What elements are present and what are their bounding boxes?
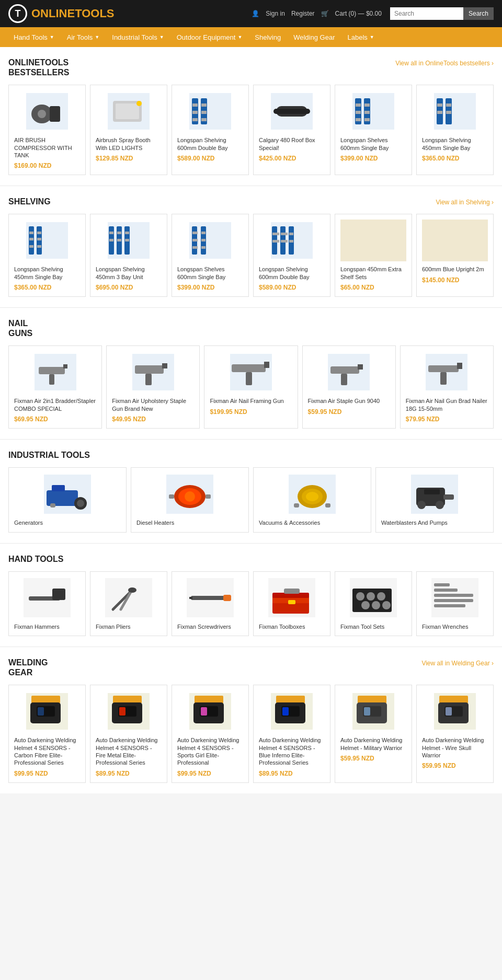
product-card[interactable]: Fixman Air 2in1 Bradder/Stapler COMBO SP… — [8, 345, 102, 429]
logo[interactable]: T ONLINETOOLS — [8, 4, 115, 23]
category-card-tool-sets[interactable]: Fixman Tool Sets — [335, 571, 412, 636]
view-all-shelving[interactable]: View all in Shelving › — [436, 199, 494, 206]
product-image — [308, 351, 390, 393]
product-price: $49.95 NZD — [112, 416, 194, 423]
svg-rect-98 — [52, 485, 65, 491]
nav-item-industrial-tools[interactable]: Industrial Tools ▼ — [107, 27, 169, 47]
product-price: $399.00 NZD — [340, 155, 406, 162]
product-card[interactable]: Auto Darkening Welding Helmet - Military… — [335, 685, 412, 782]
product-card[interactable]: Longspan Shelving 450mm 3 Bay Unit $695.… — [90, 214, 167, 297]
svg-point-143 — [382, 601, 391, 609]
svg-rect-145 — [434, 594, 473, 597]
category-card-generators[interactable]: Generators — [8, 467, 127, 532]
product-card[interactable]: Longspan 450mm Extra Shelf Sets $65.00 N… — [335, 214, 412, 297]
product-image — [14, 220, 80, 261]
category-card-hammers[interactable]: Fixman Hammers — [8, 571, 86, 636]
product-card[interactable]: Longspan Shelving 450mm Single Bay $365.… — [416, 85, 494, 175]
nav-item-shelving[interactable]: Shelving — [249, 27, 286, 47]
section-header-industrial-tools: INDUSTRIAL TOOLS — [8, 450, 494, 460]
nav-item-hand-tools[interactable]: Hand Tools ▼ — [8, 27, 60, 47]
nav-item-air-tools[interactable]: Air Tools ▼ — [62, 27, 105, 47]
product-card[interactable]: Auto Darkening Welding Helmet 4 SENSORS … — [172, 685, 249, 782]
svg-point-97 — [77, 500, 84, 507]
svg-rect-161 — [195, 696, 223, 704]
category-card-pliers[interactable]: Fixman Pliers — [90, 571, 167, 636]
signin-link[interactable]: Sign in — [266, 10, 285, 17]
product-card[interactable]: Auto Darkening Welding Helmet - Wire Sku… — [416, 685, 494, 782]
product-image — [340, 90, 406, 132]
shelving-grid: Longspan Shelving 450mm Single Bay $365.… — [8, 214, 494, 297]
nav-item-labels[interactable]: Labels ▼ — [342, 27, 379, 47]
product-card[interactable]: Longspan Shelves 600mm Single Bay $399.0… — [172, 214, 249, 297]
svg-point-3 — [38, 110, 46, 118]
search-bar: Search — [390, 7, 494, 20]
product-card[interactable]: AIR BRUSH COMPRESSOR WITH TANK $169.00 N… — [8, 85, 86, 175]
svg-rect-99 — [50, 503, 55, 508]
product-card[interactable]: Fixman Air Staple Gun 9040 $59.95 NZD — [302, 345, 396, 429]
svg-rect-52 — [117, 239, 121, 241]
svg-rect-34 — [446, 103, 451, 107]
chevron-down-icon: ▼ — [237, 34, 242, 40]
product-image — [422, 90, 488, 132]
product-name: AIR BRUSH COMPRESSOR WITH TANK — [14, 136, 80, 159]
main-nav: Hand Tools ▼ Air Tools ▼ Industrial Tool… — [0, 27, 502, 47]
svg-rect-87 — [330, 366, 359, 374]
svg-point-115 — [417, 501, 426, 509]
hand-tools-grid: Fixman Hammers Fixman Pliers Fixman Scre… — [8, 571, 494, 636]
product-image — [14, 90, 80, 132]
product-card[interactable]: Longspan Shelves 600mm Single Bay $399.0… — [335, 85, 412, 175]
nav-item-welding-gear[interactable]: Welding Gear — [288, 27, 340, 47]
chevron-down-icon: ▼ — [95, 34, 99, 40]
product-name: Auto Darkening Welding Helmet - Military… — [340, 736, 406, 752]
category-image — [259, 577, 325, 619]
svg-rect-85 — [264, 362, 269, 368]
product-name: Auto Darkening Welding Helmet 4 SENSORS … — [177, 736, 243, 766]
product-card[interactable]: Longspan Shelving 600mm Double Bay $589.… — [253, 214, 330, 297]
product-card[interactable]: Airbrush Spray Booth With LED LIGHTS $12… — [90, 85, 167, 175]
product-image — [14, 351, 96, 393]
svg-rect-91 — [428, 365, 459, 372]
category-card-vacuums[interactable]: Vacuums & Accessories — [253, 467, 371, 532]
product-price: $65.00 NZD — [340, 284, 406, 291]
category-card-wrenches[interactable]: Fixman Wrenches — [416, 571, 494, 636]
svg-rect-62 — [201, 239, 206, 241]
section-header-bestsellers: ONLINETOOLSBESTSELLERS View all in Onlin… — [8, 57, 494, 77]
chevron-down-icon: ▼ — [370, 34, 374, 40]
category-card-toolboxes[interactable]: Fixman Toolboxes — [253, 571, 330, 636]
product-card[interactable]: Fixman Air Nail Gun Brad Nailer 18G 15-5… — [400, 345, 494, 429]
category-card-waterblasters[interactable]: Waterblasters And Pumps — [375, 467, 494, 532]
product-name: Longspan Shelving 450mm 3 Bay Unit — [96, 266, 162, 281]
svg-rect-88 — [341, 374, 347, 385]
product-card[interactable]: Auto Darkening Welding Helmet 4 SENSORS … — [8, 685, 86, 782]
product-card[interactable]: Calgary 480 Roof Box Special! $425.00 NZ… — [253, 85, 330, 175]
search-button[interactable]: Search — [463, 7, 494, 20]
product-card[interactable]: Auto Darkening Welding Helmet 4 SENSORS … — [253, 685, 330, 782]
product-name: Longspan Shelves 600mm Single Bay — [177, 266, 243, 281]
cart-link[interactable]: Cart (0) — $0.00 — [335, 10, 382, 17]
register-link[interactable]: Register — [291, 10, 315, 17]
product-card[interactable]: Auto Darkening Welding Helmet 4 SENSORS … — [90, 685, 167, 782]
view-all-welding-gear[interactable]: View all in Welding Gear › — [421, 660, 494, 667]
product-card[interactable]: Longspan Shelving 450mm Single Bay $365.… — [8, 214, 86, 297]
svg-point-141 — [361, 601, 370, 609]
product-name: Fixman Air Nail Framing Gun — [210, 397, 292, 405]
header-links: 👤 Sign in Register 🛒 Cart (0) — $0.00 — [252, 10, 382, 17]
category-name: Fixman Screwdrivers — [177, 623, 243, 630]
product-card[interactable]: Longspan Shelving 600mm Double Bay $589.… — [172, 85, 249, 175]
view-all-bestsellers[interactable]: View all in OnlineTools bestsellers › — [395, 60, 494, 67]
svg-rect-104 — [169, 494, 174, 499]
product-image — [177, 220, 243, 261]
section-title-hand-tools: HAND TOOLS — [8, 554, 63, 564]
nav-item-outdoor-equipment[interactable]: Outdoor Equipment ▼ — [172, 27, 248, 47]
product-card[interactable]: Fixman Air Upholstery Staple Gun Brand N… — [106, 345, 200, 429]
svg-rect-14 — [201, 103, 207, 107]
industrial-tools-grid: Generators Diesel Heaters Vacuums & Acce… — [8, 467, 494, 532]
search-input[interactable] — [390, 7, 463, 20]
category-card-diesel-heaters[interactable]: Diesel Heaters — [131, 467, 249, 532]
product-name: 600mm Blue Upright 2m — [422, 266, 488, 273]
product-price: $99.95 NZD — [14, 770, 80, 777]
category-card-screwdrivers[interactable]: Fixman Screwdrivers — [172, 571, 249, 636]
svg-rect-105 — [206, 494, 211, 499]
product-card[interactable]: 600mm Blue Upright 2m $145.00 NZD — [416, 214, 494, 297]
product-card[interactable]: Fixman Air Nail Framing Gun $199.95 NZD — [204, 345, 298, 429]
